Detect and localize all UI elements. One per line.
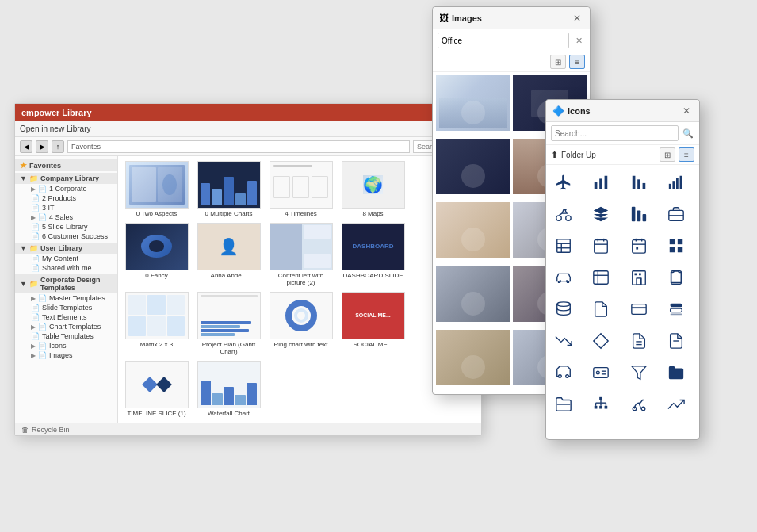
images-close-button[interactable]: ✕ xyxy=(571,12,583,25)
forward-button[interactable]: ▶ xyxy=(36,140,48,153)
icons-list-view-button[interactable]: ≡ xyxy=(679,147,694,162)
icon-cell-org-chart[interactable] xyxy=(587,390,615,419)
icon-cell-calendar-2[interactable] xyxy=(625,232,653,260)
images-grid-view-button[interactable]: ⊞ xyxy=(550,55,566,69)
expand-icon: ▼ xyxy=(20,174,27,182)
file-item[interactable]: 0 Fancy xyxy=(123,223,190,287)
svg-rect-6 xyxy=(669,184,671,189)
file-item[interactable]: DASHBOARD DASHBOARD SLIDE xyxy=(339,223,407,287)
icon-cell-trending-up[interactable] xyxy=(662,390,690,419)
icon-cell-file-2[interactable] xyxy=(662,327,690,355)
open-new-library-menu[interactable]: Open in new Library xyxy=(20,124,91,133)
icons-search-icon: 🔍 xyxy=(682,127,694,140)
sidebar-item-it[interactable]: 📄 3 IT xyxy=(15,203,117,212)
images-list-view-button[interactable]: ≡ xyxy=(569,55,585,69)
sidebar-item-master-templates[interactable]: ▶ 📄 Master Templates xyxy=(15,293,117,303)
icon-cell-stack[interactable] xyxy=(587,200,615,228)
svg-rect-43 xyxy=(634,274,637,276)
sidebar-item-slide-library[interactable]: 📄 5 Slide Library xyxy=(15,222,117,232)
sidebar-item-products[interactable]: 📄 2 Products xyxy=(15,193,117,203)
svg-point-10 xyxy=(556,216,561,220)
icon-cell-diamond[interactable] xyxy=(587,327,615,355)
file-name: 4 Timelines xyxy=(285,210,316,218)
file-item[interactable]: Content left with picture (2) xyxy=(267,223,335,287)
file-item[interactable]: SOCIAL ME... SOCIAL ME... xyxy=(339,292,407,356)
file-item[interactable]: TIMELINE SLICE (1) xyxy=(123,361,190,418)
icon-cell-table[interactable] xyxy=(549,232,578,260)
svg-rect-29 xyxy=(636,247,638,250)
icon-cell-bar-chart-2[interactable] xyxy=(625,168,653,197)
icons-close-button[interactable]: ✕ xyxy=(680,105,693,117)
corporate-design-header[interactable]: ▼ 📁 Corporate Design Templates xyxy=(15,274,117,293)
file-item[interactable]: 🌍 8 Maps xyxy=(339,161,407,218)
file-item[interactable]: 👤 Anna Ande... xyxy=(195,223,262,287)
icon-cell-bar-chart-4[interactable] xyxy=(625,200,653,228)
icon-cell-bicycle[interactable] xyxy=(549,200,578,228)
icon-cell-car-2[interactable] xyxy=(549,358,578,387)
svg-rect-64 xyxy=(605,406,608,409)
icon-cell-airplane[interactable] xyxy=(549,168,578,197)
file-item[interactable]: Matrix 2 x 3 xyxy=(123,292,190,356)
sidebar-item-my-content[interactable]: 📄 My Content xyxy=(15,254,117,263)
page-icon: 📄 xyxy=(31,313,40,321)
sidebar-item-corporate[interactable]: ▶ 📄 1 Corporate xyxy=(15,184,117,193)
icon-cell-scooter[interactable] xyxy=(625,390,653,419)
icon-cell-trending-down[interactable] xyxy=(549,327,578,355)
icon-cell-credit-card[interactable] xyxy=(625,295,653,323)
icon-cell-building[interactable] xyxy=(625,263,653,292)
icon-cell-grid[interactable] xyxy=(662,232,690,260)
user-library-header[interactable]: ▼ 📁 User Library xyxy=(15,243,117,254)
icon-cell-clipboard[interactable] xyxy=(662,263,690,292)
icon-cell-bar-chart[interactable] xyxy=(587,168,615,197)
icon-cell-database-2[interactable] xyxy=(662,295,690,323)
company-library-header[interactable]: ▼ 📁 Company Library xyxy=(15,173,117,184)
icon-cell-document[interactable] xyxy=(587,295,615,323)
images-search-input[interactable] xyxy=(438,33,569,48)
icon-cell-filter[interactable] xyxy=(625,358,653,387)
icons-grid-view-button[interactable]: ⊞ xyxy=(660,147,675,162)
svg-rect-50 xyxy=(670,308,682,312)
file-item[interactable]: Waterfall Chart xyxy=(195,361,262,418)
icon-cell-database[interactable] xyxy=(549,295,578,323)
svg-rect-44 xyxy=(639,274,641,276)
back-button[interactable]: ◀ xyxy=(20,140,32,153)
sidebar-item-icons[interactable]: ▶ 📄 Icons xyxy=(15,341,117,350)
file-item[interactable]: 0 Multiple Charts xyxy=(195,161,262,218)
file-name: Waterfall Chart xyxy=(208,410,250,418)
icon-cell-briefcase[interactable] xyxy=(662,200,690,228)
sidebar-item-customer[interactable]: 📄 6 Customer Success xyxy=(15,232,117,241)
icon-cell-bar-chart-3[interactable] xyxy=(662,168,690,197)
file-item[interactable]: Project Plan (Gantt Chart) xyxy=(195,292,262,356)
icon-cell-file[interactable] xyxy=(625,327,653,355)
icons-search-input[interactable] xyxy=(551,125,679,141)
icon-cell-car[interactable] xyxy=(549,263,578,292)
sidebar-item-shared[interactable]: 📄 Shared with me xyxy=(15,263,117,273)
sidebar-item-slide-templates[interactable]: 📄 Slide Templates xyxy=(15,303,117,312)
svg-rect-1 xyxy=(599,178,602,189)
sidebar-item-images[interactable]: ▶ 📄 Images xyxy=(15,350,117,360)
image-thumb[interactable] xyxy=(436,139,510,194)
icon-cell-folder-open[interactable] xyxy=(549,390,578,419)
sidebar-item-chart-templates[interactable]: ▶ 📄 Chart Templates xyxy=(15,322,117,331)
image-thumb[interactable] xyxy=(436,75,510,131)
images-search-clear[interactable]: ✕ xyxy=(572,34,585,47)
address-bar[interactable] xyxy=(67,140,410,153)
up-button[interactable]: ↑ xyxy=(52,140,64,153)
icon-cell-folder[interactable] xyxy=(662,358,690,387)
file-item[interactable]: 4 Timelines xyxy=(267,161,335,218)
image-thumb[interactable] xyxy=(436,330,510,385)
folder-up-label: Folder Up xyxy=(561,151,596,159)
folder-up-button[interactable]: ⬆ Folder Up xyxy=(551,150,596,160)
icon-cell-register[interactable] xyxy=(587,263,615,292)
sidebar-item-sales[interactable]: ▶ 📄 4 Sales xyxy=(15,212,117,222)
image-thumb[interactable] xyxy=(436,266,510,322)
user-library-label: User Library xyxy=(40,244,82,252)
image-thumb[interactable] xyxy=(436,202,510,258)
file-item[interactable]: Ring chart with text xyxy=(267,292,335,356)
icon-cell-id-card[interactable] xyxy=(587,358,615,387)
file-item[interactable]: 0 Two Aspects xyxy=(123,161,190,218)
images-label: Images xyxy=(49,351,73,359)
sidebar-item-table-templates[interactable]: 📄 Table Templates xyxy=(15,331,117,341)
sidebar-item-text-elements[interactable]: 📄 Text Elements xyxy=(15,312,117,322)
icon-cell-calendar[interactable] xyxy=(587,232,615,260)
